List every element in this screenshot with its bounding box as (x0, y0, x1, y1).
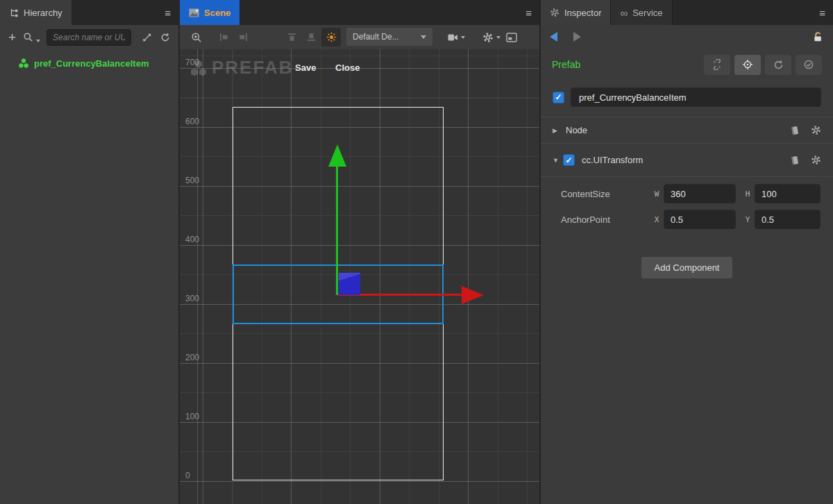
prefab-cubes-icon (18, 58, 29, 69)
x-axis-arrowhead-icon[interactable] (462, 286, 484, 304)
search-filter-caret-icon (36, 40, 40, 42)
tree-item-label: pref_CurrencyBalanceItem (34, 58, 149, 69)
node-section-icons (789, 125, 821, 136)
origin-cube-handle[interactable] (339, 273, 360, 295)
search-input[interactable] (47, 29, 131, 46)
ruler-label: 0 (185, 471, 190, 480)
hierarchy-menu-icon[interactable]: ≡ (165, 0, 171, 25)
expand-all-icon[interactable] (142, 33, 152, 42)
gizmo-toggle-button[interactable] (321, 28, 341, 47)
gizmo-mode-value: Default De... (353, 32, 421, 42)
hierarchy-tabbar: Hierarchy ≡ (0, 0, 178, 25)
hierarchy-tree: pref_CurrencyBalanceItem (0, 49, 178, 504)
target-icon (742, 59, 753, 70)
camera-settings-button[interactable] (448, 25, 465, 49)
scene-settings-button[interactable] (482, 25, 500, 49)
scene-panel: Scene ≡ (180, 0, 539, 504)
docs-book-icon[interactable] (789, 125, 800, 136)
align-left-icon[interactable] (219, 25, 229, 49)
uitransform-section-header[interactable]: ▼ ✓ cc.UITransform (541, 143, 833, 177)
restore-icon (773, 60, 784, 70)
ruler-label: 100 (185, 412, 199, 421)
scene-menu-icon[interactable]: ≡ (525, 0, 532, 25)
close-button[interactable]: Close (335, 62, 360, 73)
docs-book-icon[interactable] (789, 155, 800, 166)
node-section-header[interactable]: ▶ Node (541, 117, 833, 143)
prefab-label: Prefab (552, 59, 580, 70)
gizmo-mode-dropdown[interactable]: Default De... (346, 28, 432, 46)
check-circle-icon (803, 59, 814, 70)
scene-tabbar: Scene ≡ (180, 0, 539, 25)
align-top-icon[interactable] (287, 25, 297, 49)
y-axis-label: Y (743, 215, 752, 224)
service-link-icon: ∞ (620, 8, 628, 18)
tab-inspector-label: Inspector (564, 8, 601, 18)
prefab-header-row: Prefab (541, 49, 833, 81)
anchor-point-row: AnchorPoint X Y (541, 208, 833, 231)
collapse-caret-icon[interactable]: ▼ (553, 157, 561, 164)
width-axis-label: W (653, 190, 661, 199)
scene-toolbar: Default De... (180, 25, 539, 49)
hierarchy-tree-icon (9, 8, 19, 17)
search-filter-button[interactable] (23, 32, 40, 42)
content-size-width-input[interactable] (664, 184, 736, 203)
camera-caret-icon (461, 36, 465, 39)
tab-inspector[interactable]: Inspector (541, 0, 610, 25)
zoom-icon[interactable] (191, 25, 202, 49)
node-section-label: Node (566, 125, 587, 135)
tab-scene[interactable]: Scene (180, 0, 239, 25)
uitransform-section-label: cc.UITransform (582, 155, 643, 165)
component-gear-icon[interactable] (811, 155, 821, 166)
tab-service-label: Service (632, 8, 662, 18)
history-forward-button[interactable] (573, 32, 581, 42)
refresh-icon[interactable] (160, 33, 170, 42)
anchor-point-label: AnchorPoint (561, 215, 653, 225)
inspector-panel: Inspector ∞ Service ≡ Prefab (539, 0, 833, 504)
history-back-button[interactable] (550, 32, 557, 42)
tab-hierarchy[interactable]: Hierarchy (0, 0, 71, 25)
gear-icon (482, 32, 494, 43)
content-size-row: ContentSize W H (541, 182, 833, 205)
anchor-point-x-input[interactable] (664, 210, 736, 229)
save-button[interactable]: Save (295, 62, 316, 73)
node-name-input[interactable] (571, 87, 821, 107)
y-axis-arrow[interactable] (336, 167, 338, 295)
ruler-label: 300 (185, 294, 199, 303)
component-gear-icon[interactable] (811, 125, 821, 136)
dropdown-caret-icon (421, 35, 426, 39)
unlink-prefab-button[interactable] (704, 55, 730, 75)
collapse-caret-icon[interactable]: ▶ (553, 127, 561, 134)
align-bottom-icon[interactable] (306, 25, 317, 49)
content-size-height-input[interactable] (755, 184, 821, 203)
prefab-watermark-label: PREFAB (212, 57, 293, 78)
prefab-watermark: PREFAB (190, 57, 293, 78)
scene-canvas[interactable]: 700 600 500 400 300 200 100 0 PREFAB Sav… (180, 49, 539, 504)
tab-service[interactable]: ∞ Service (610, 0, 672, 25)
inspector-menu-icon[interactable]: ≡ (819, 0, 825, 25)
add-component-button[interactable]: Add Component (641, 257, 733, 278)
node-active-checkbox[interactable]: ✓ (553, 92, 564, 103)
hierarchy-panel: Hierarchy ≡ + (0, 0, 180, 504)
inspector-gear-icon (550, 8, 559, 17)
ruler-label: 600 (185, 117, 199, 126)
stats-frame-icon[interactable] (506, 25, 517, 49)
inspector-body: Prefab (541, 49, 833, 504)
y-axis-arrowhead-icon[interactable] (328, 144, 346, 167)
node-name-row: ✓ (541, 85, 833, 110)
align-right-icon[interactable] (238, 25, 249, 49)
apply-prefab-button[interactable] (796, 55, 822, 75)
tab-scene-label: Scene (204, 8, 230, 18)
cocos-editor: Hierarchy ≡ + (0, 0, 833, 504)
locate-asset-button[interactable] (734, 55, 761, 75)
uitransform-enabled-checkbox[interactable]: ✓ (563, 154, 575, 166)
height-axis-label: H (743, 190, 752, 199)
create-node-button[interactable]: + (8, 31, 16, 44)
tree-item-prefab-root[interactable]: pref_CurrencyBalanceItem (0, 55, 178, 72)
lock-icon[interactable] (812, 31, 824, 43)
restore-prefab-button[interactable] (765, 55, 791, 75)
anchor-point-y-input[interactable] (755, 210, 821, 229)
search-icon (23, 32, 33, 42)
x-axis-label: X (653, 215, 661, 224)
camera-icon (448, 33, 458, 42)
uitransform-section-icons (789, 155, 821, 166)
